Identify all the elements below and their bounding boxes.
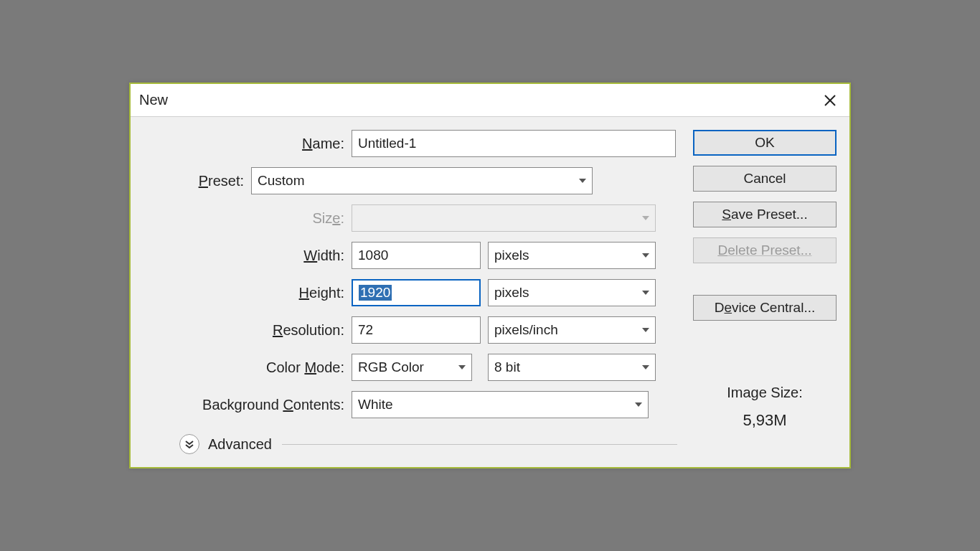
- image-size-block: Image Size: 5,93M: [693, 385, 837, 454]
- chevron-down-icon: [642, 253, 649, 258]
- width-row: Width: 1080 pixels: [143, 242, 677, 269]
- delete-preset-button: Delete Preset...: [693, 237, 837, 263]
- chevron-down-icon: [635, 402, 642, 407]
- height-label: Height:: [143, 285, 352, 301]
- chevron-down-icon: [642, 216, 649, 220]
- name-input[interactable]: Untitled-1: [352, 130, 676, 157]
- close-icon: [824, 94, 837, 107]
- preset-row: Preset: Custom: [143, 167, 677, 194]
- resolution-input[interactable]: 72: [352, 316, 481, 344]
- save-preset-button[interactable]: Save Preset...: [693, 202, 837, 227]
- resolution-unit-select[interactable]: pixels/inch: [488, 316, 656, 344]
- device-central-button[interactable]: Device Central...: [693, 295, 837, 321]
- width-unit-select[interactable]: pixels: [488, 242, 656, 269]
- image-size-label: Image Size:: [693, 385, 837, 401]
- height-unit-select[interactable]: pixels: [488, 279, 656, 306]
- height-row: Height: 1920 pixels: [143, 279, 677, 306]
- resolution-row: Resolution: 72 pixels/inch: [143, 316, 677, 344]
- chevron-down-icon: [642, 328, 649, 332]
- chevron-down-icon: [642, 291, 649, 295]
- image-size-value: 5,93M: [743, 411, 786, 429]
- bit-depth-select[interactable]: 8 bit: [488, 354, 656, 381]
- resolution-label: Resolution:: [143, 322, 352, 339]
- divider: [282, 444, 677, 445]
- color-mode-label: Color Mode:: [143, 359, 352, 376]
- advanced-row: Advanced: [179, 434, 677, 454]
- name-row: Name: Untitled-1: [143, 130, 677, 157]
- background-contents-select[interactable]: White: [352, 391, 649, 418]
- chevron-down-icon: [458, 365, 466, 369]
- height-input[interactable]: 1920: [352, 279, 481, 306]
- form-area: Name: Untitled-1 Preset: Custom Size: Wi…: [143, 130, 684, 454]
- width-label: Width:: [143, 248, 352, 264]
- advanced-toggle[interactable]: [179, 434, 199, 454]
- spacer: [693, 273, 837, 295]
- dialog-body: Name: Untitled-1 Preset: Custom Size: Wi…: [131, 117, 849, 467]
- name-label: Name:: [143, 136, 352, 152]
- width-input[interactable]: 1080: [352, 242, 481, 269]
- size-select: [352, 204, 656, 232]
- color-mode-row: Color Mode: RGB Color 8 bit: [143, 354, 677, 381]
- color-mode-select[interactable]: RGB Color: [352, 354, 472, 381]
- background-contents-row: Background Contents: White: [143, 391, 677, 418]
- titlebar: New: [131, 84, 849, 117]
- size-label: Size:: [143, 210, 352, 227]
- ok-button[interactable]: OK: [693, 130, 837, 156]
- advanced-label: Advanced: [208, 436, 272, 453]
- chevron-double-down-icon: [184, 439, 194, 449]
- close-button[interactable]: [821, 91, 839, 110]
- chevron-down-icon: [642, 365, 649, 369]
- preset-label: Preset:: [143, 173, 251, 189]
- new-document-dialog: New Name: Untitled-1 Preset: Custom Size…: [129, 83, 851, 468]
- size-row: Size:: [143, 204, 677, 232]
- cancel-button[interactable]: Cancel: [693, 166, 837, 192]
- background-contents-label: Background Contents:: [143, 397, 352, 413]
- chevron-down-icon: [579, 179, 586, 183]
- preset-select[interactable]: Custom: [251, 167, 593, 194]
- dialog-sidebar: OK Cancel Save Preset... Delete Preset..…: [684, 130, 837, 454]
- dialog-title: New: [139, 92, 168, 108]
